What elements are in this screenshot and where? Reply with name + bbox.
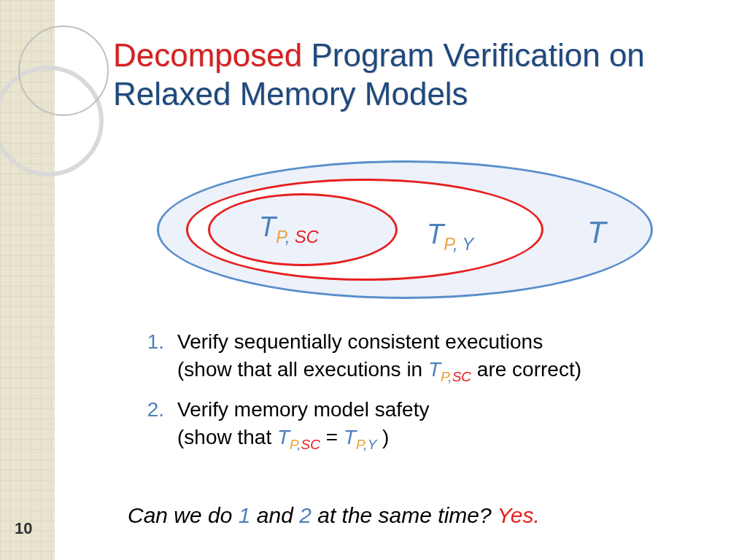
line: (show that all executions in (177, 358, 428, 381)
p: P (290, 436, 297, 451)
label-P: P (444, 235, 453, 254)
title-highlight: Decomposed (113, 37, 302, 73)
q-b: and (250, 503, 299, 527)
label-Y: Y (462, 235, 474, 254)
label-TPSC: TP, SC (259, 211, 319, 247)
list-number-1: 1. (128, 328, 177, 386)
eq: = (320, 426, 344, 448)
line: Verify memory model safety (177, 398, 429, 421)
label-T: T (587, 215, 606, 250)
sc: SC (301, 436, 320, 451)
y: Y (368, 436, 377, 451)
line: ) (376, 426, 389, 448)
list-text-2: Verify memory model safety (show that TP… (177, 396, 682, 454)
inline-TPY: TP,Y (344, 426, 376, 448)
list-item: 1. Verify sequentially consistent execut… (128, 328, 682, 386)
p: P (356, 436, 363, 451)
venn-diagram: TP, SC TP, Y T (157, 160, 667, 299)
line: (show that (177, 426, 277, 448)
t: T (428, 358, 441, 381)
label-SC: SC (295, 228, 319, 246)
slide-title: Decomposed Program Verification on Relax… (113, 36, 711, 114)
line: are correct) (471, 358, 581, 381)
q-c: at the same time? (311, 503, 498, 527)
numbered-list: 1. Verify sequentially consistent execut… (128, 328, 682, 464)
label-TPY: TP, Y (427, 219, 473, 254)
inline-TPSC: TP,SC (428, 358, 471, 381)
label-T: T (427, 219, 444, 249)
label-T-text: T (587, 215, 606, 249)
list-item: 2. Verify memory model safety (show that… (128, 396, 682, 454)
page-number: 10 (15, 519, 32, 538)
question-line: Can we do 1 and 2 at the same time? Yes. (128, 503, 540, 528)
label-sep: , (285, 228, 295, 246)
p: P (441, 368, 448, 384)
q-answer: Yes. (497, 503, 539, 527)
slide-content: Decomposed Program Verification on Relax… (55, 0, 747, 560)
q-n1: 1 (239, 503, 251, 527)
q-a: Can we do (128, 503, 239, 527)
list-number-2: 2. (128, 396, 177, 454)
q-n2: 2 (299, 503, 311, 527)
list-text-1: Verify sequentially consistent execution… (177, 328, 682, 386)
inline-TPSC: TP,SC (277, 426, 320, 448)
label-T: T (259, 211, 276, 242)
label-P: P (276, 228, 285, 246)
t: T (277, 426, 290, 448)
t: T (344, 426, 356, 448)
line: Verify sequentially consistent execution… (177, 330, 543, 353)
sc: SC (452, 368, 471, 384)
label-sep: , (453, 235, 462, 254)
